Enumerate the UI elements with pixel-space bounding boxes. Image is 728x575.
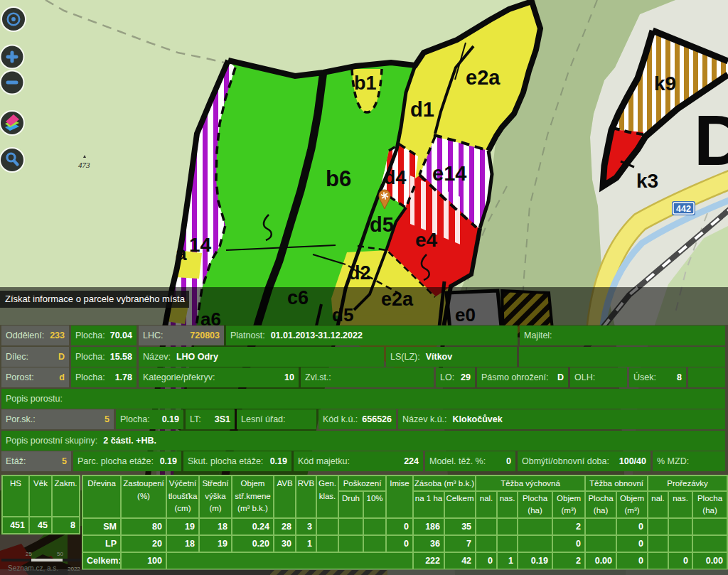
svg-text:d4: d4 <box>384 167 407 188</box>
svg-text:D: D <box>694 100 728 180</box>
svg-text:b6: b6 <box>326 166 351 191</box>
svg-text:14: 14 <box>189 234 212 256</box>
svg-text:b1: b1 <box>354 72 377 94</box>
svg-text:d1: d1 <box>410 98 434 121</box>
svg-text:k3: k3 <box>636 170 658 192</box>
svg-text:e14: e14 <box>432 162 466 185</box>
svg-text:442: 442 <box>676 204 691 214</box>
svg-text:k9: k9 <box>654 72 676 95</box>
svg-text:d5: d5 <box>370 213 394 236</box>
svg-text:d2: d2 <box>348 262 371 284</box>
svg-text:e2a: e2a <box>466 66 500 89</box>
svg-text:473: 473 <box>78 161 90 169</box>
svg-text:e4: e4 <box>415 229 438 251</box>
svg-text:a: a <box>176 242 187 264</box>
